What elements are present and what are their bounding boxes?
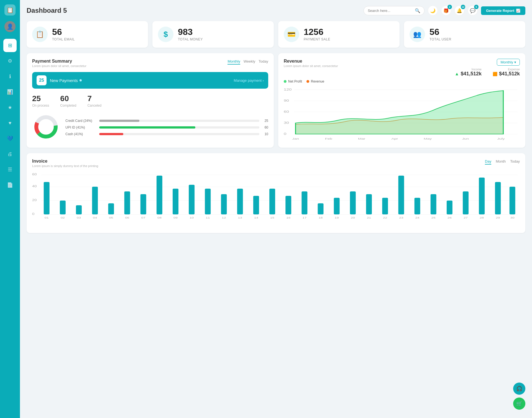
sidebar-avatar[interactable]: 👤 [4,21,16,32]
bar-03 [76,205,82,214]
revenue-monthly-dropdown[interactable]: Monthly ▾ [497,59,520,66]
completed-label: Completed [60,104,76,107]
search-input[interactable] [368,9,413,13]
svg-text:11: 11 [206,216,210,219]
bar-12 [221,194,227,214]
bar-16 [285,196,291,214]
list-icon: ☰ [8,166,12,173]
manage-payment-text: Manage payment [234,78,262,83]
print-icon: 🖨 [7,151,12,157]
stat-info-total-email: 56 TOTAL EMAIL [52,27,75,41]
sidebar-item-star[interactable]: ★ [3,101,17,114]
svg-text:05: 05 [109,216,113,219]
canceled-stat: 7 Canceled [87,94,101,107]
svg-text:22: 22 [383,216,387,219]
chat-button[interactable]: 💬 5 [468,6,478,16]
invoice-header: Invoice Lorem ipsum is simply dummy text… [32,159,520,168]
invoice-tab-month[interactable]: Month [496,159,506,165]
svg-text:28: 28 [480,216,484,219]
on-process-number: 25 [32,94,49,103]
cart-icon: 🛒 [516,401,522,407]
stat-card-payment-sale: 💳 1256 PAYMENT SALE [278,21,400,48]
tab-monthly[interactable]: Monthly [227,59,240,65]
sidebar-item-dashboard[interactable]: ⊞ [3,39,17,52]
bell-icon: 🔔 [457,8,462,13]
legend-dot-net-profit [284,80,287,83]
sidebar-item-heart[interactable]: ♥ [3,116,17,130]
bar-chart-icon: 📈 [516,9,520,13]
doc-icon: 📄 [7,182,13,188]
bar-27 [463,191,469,214]
svg-text:23: 23 [399,216,403,219]
legend-revenue: Revenue [306,80,324,83]
payment-summary-title-block: Payment Summary Lorem ipsum dolor sit am… [32,59,86,68]
svg-text:14: 14 [254,216,259,219]
legend-label-net-profit: Net Profit [288,80,302,83]
star-icon: ★ [8,104,12,111]
bar-29 [495,182,501,214]
stat-card-total-user: 👥 56 TOTAL USER [404,21,525,48]
svg-text:120: 120 [284,88,292,91]
chat-icon: 💬 [470,8,475,13]
income-arrow-icon: ▲ [455,71,459,76]
sidebar-logo[interactable]: 📋 [4,4,16,16]
svg-text:17: 17 [302,216,306,219]
search-box[interactable]: 🔍 [364,6,424,15]
sidebar-item-print[interactable]: 🖨 [3,147,17,161]
expense-amount: $41,512k [499,71,520,77]
new-payments-left: 25 New Payments [37,75,82,85]
svg-text:0: 0 [284,132,287,135]
svg-text:08: 08 [157,216,162,219]
theme-toggle-button[interactable]: 🌙 [428,6,438,16]
progress-value-cash: 10 [263,132,268,136]
total-user-icon: 👥 [410,27,425,42]
donut-chart [32,113,60,142]
payment-body: Credit Card (24%) 25 UPI ID (41%) 60 [32,113,268,142]
support-fab[interactable]: 🎧 [513,383,525,395]
bar-18 [318,203,324,214]
income-value: ▲ $41,512k [455,71,482,77]
sidebar-item-doc[interactable]: 📄 [3,178,17,192]
sidebar-item-list[interactable]: ☰ [3,163,17,176]
progress-item-cash: Cash (41%) 10 [65,132,268,136]
completed-number: 60 [60,94,76,103]
svg-text:25: 25 [431,216,436,219]
progress-item-upi: UPI ID (41%) 60 [65,125,268,129]
progress-fill-upi [99,126,195,129]
middle-row: Payment Summary Lorem ipsum dolor sit am… [27,53,525,148]
main-content: Dashboard 5 🔍 🌙 🎁 2 🔔 12 💬 5 Gen [20,0,532,418]
settings-icon: ⚙ [8,58,12,64]
tab-weekly[interactable]: Weekly [244,59,255,65]
sidebar-item-chart[interactable]: 📊 [3,85,17,99]
progress-fill-creditcard [99,120,139,122]
svg-text:03: 03 [77,216,81,219]
svg-text:26: 26 [447,216,452,219]
invoice-title-block: Invoice Lorem ipsum is simply dummy text… [32,159,98,168]
bar-10 [189,185,195,214]
chart-icon: 📊 [7,89,13,95]
total-money-number: 983 [178,27,203,36]
sidebar-item-settings[interactable]: ⚙ [3,54,17,68]
completed-stat: 60 Completed [60,94,76,107]
revenue-title: Revenue [284,59,338,64]
avatar-icon: 👤 [7,23,14,30]
sidebar-item-info[interactable]: ℹ [3,70,17,83]
generate-report-button[interactable]: Generate Report 📈 [481,6,525,15]
total-email-number: 56 [52,27,75,36]
revenue-card: Revenue Lorem ipsum dolor sit amet, cons… [278,53,525,148]
invoice-tab-day[interactable]: Day [485,159,491,165]
bar-22 [382,198,388,214]
revenue-header-row: Revenue Lorem ipsum dolor sit amet, cons… [284,59,520,68]
gift-button[interactable]: 🎁 2 [441,6,451,16]
progress-label-upi: UPI ID (41%) [65,125,96,129]
notification-button[interactable]: 🔔 12 [454,6,464,16]
payment-summary-tabs: Monthly Weekly Today [227,59,268,65]
svg-text:July: July [497,137,505,140]
invoice-tab-today[interactable]: Today [510,159,520,165]
net-profit-area [296,91,503,134]
manage-payment-link[interactable]: Manage payment › [234,78,264,83]
progress-track-upi [99,126,259,129]
tab-today[interactable]: Today [259,59,268,65]
sidebar-item-heart2[interactable]: 💙 [3,132,17,145]
cart-fab[interactable]: 🛒 [513,398,525,410]
